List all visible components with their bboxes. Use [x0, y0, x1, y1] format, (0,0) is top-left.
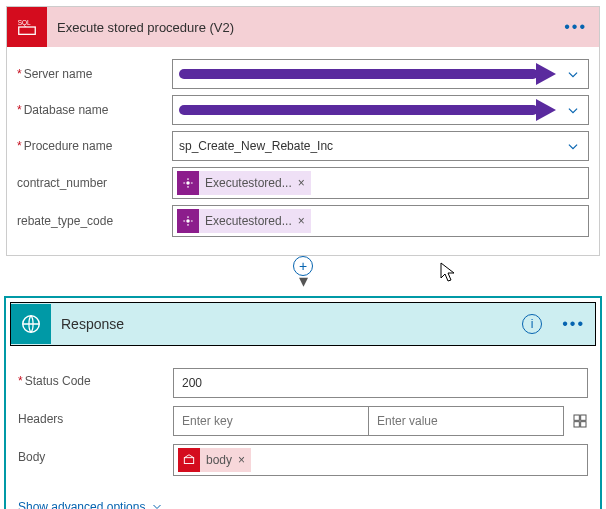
rebate-type-code-field[interactable]: Executestored... × — [172, 205, 589, 237]
annotation-arrow — [179, 105, 554, 115]
svg-rect-8 — [581, 422, 586, 427]
token-remove-icon[interactable]: × — [298, 214, 305, 228]
headers-label: Headers — [18, 406, 173, 426]
chevron-down-icon — [151, 501, 163, 509]
status-code-input[interactable] — [173, 368, 588, 398]
card-body: *Server name *Database name — [7, 47, 599, 255]
annotation-arrow — [179, 69, 554, 79]
mouse-cursor-icon — [440, 262, 456, 282]
token-label: body — [206, 453, 232, 467]
svg-rect-9 — [184, 458, 193, 464]
dynamic-content-icon — [177, 171, 199, 195]
card-menu-button[interactable]: ••• — [552, 18, 599, 36]
procedure-name-dropdown[interactable]: sp_Create_New_Rebate_Inc — [172, 131, 589, 161]
show-advanced-options-link[interactable]: Show advanced options — [18, 500, 163, 509]
token-label: Executestored... — [205, 176, 292, 190]
card-title: Execute stored procedure (V2) — [47, 20, 552, 35]
body-field[interactable]: body × — [173, 444, 588, 476]
sql-icon — [178, 448, 200, 472]
add-step-button[interactable]: + — [293, 256, 313, 276]
token-remove-icon[interactable]: × — [238, 453, 245, 467]
token-execute-stored[interactable]: Executestored... × — [177, 171, 311, 195]
header-key-input[interactable] — [173, 406, 368, 436]
card-header[interactable]: SQL Execute stored procedure (V2) ••• — [7, 7, 599, 47]
database-name-dropdown[interactable] — [172, 95, 589, 125]
svg-rect-5 — [574, 415, 579, 420]
body-label: Body — [18, 444, 173, 464]
contract-number-label: contract_number — [17, 176, 172, 190]
info-button[interactable]: i — [522, 314, 542, 334]
chevron-down-icon — [566, 140, 580, 154]
execute-sp-card: SQL Execute stored procedure (V2) ••• *S… — [6, 6, 600, 256]
card-title: Response — [51, 316, 522, 332]
flow-connector: + ▾ — [0, 256, 606, 296]
procedure-name-value: sp_Create_New_Rebate_Inc — [179, 139, 333, 153]
dynamic-content-icon — [177, 209, 199, 233]
status-code-label: *Status Code — [18, 368, 173, 388]
token-body[interactable]: body × — [178, 448, 251, 472]
token-remove-icon[interactable]: × — [298, 176, 305, 190]
database-name-label: *Database name — [17, 103, 172, 117]
svg-rect-7 — [574, 422, 579, 427]
card-header[interactable]: Response i ••• — [10, 302, 596, 346]
svg-text:SQL: SQL — [18, 19, 31, 27]
sql-icon: SQL — [7, 7, 47, 47]
svg-rect-1 — [19, 27, 36, 34]
procedure-name-label: *Procedure name — [17, 139, 172, 153]
token-execute-stored[interactable]: Executestored... × — [177, 209, 311, 233]
chevron-down-icon — [566, 104, 580, 118]
globe-icon — [11, 304, 51, 344]
svg-rect-6 — [581, 415, 586, 420]
contract-number-field[interactable]: Executestored... × — [172, 167, 589, 199]
chevron-down-icon — [566, 68, 580, 82]
header-value-input[interactable] — [368, 406, 564, 436]
card-menu-button[interactable]: ••• — [552, 315, 595, 333]
response-card: Response i ••• *Status Code Headers Body — [4, 296, 602, 509]
server-name-dropdown[interactable] — [172, 59, 589, 89]
server-name-label: *Server name — [17, 67, 172, 81]
rebate-type-code-label: rebate_type_code — [17, 214, 172, 228]
arrow-down-icon: ▾ — [299, 274, 308, 288]
switch-mode-icon[interactable] — [572, 413, 588, 429]
svg-point-2 — [186, 181, 190, 185]
token-label: Executestored... — [205, 214, 292, 228]
card-body: *Status Code Headers Body body — [6, 350, 600, 509]
svg-point-3 — [186, 219, 190, 223]
